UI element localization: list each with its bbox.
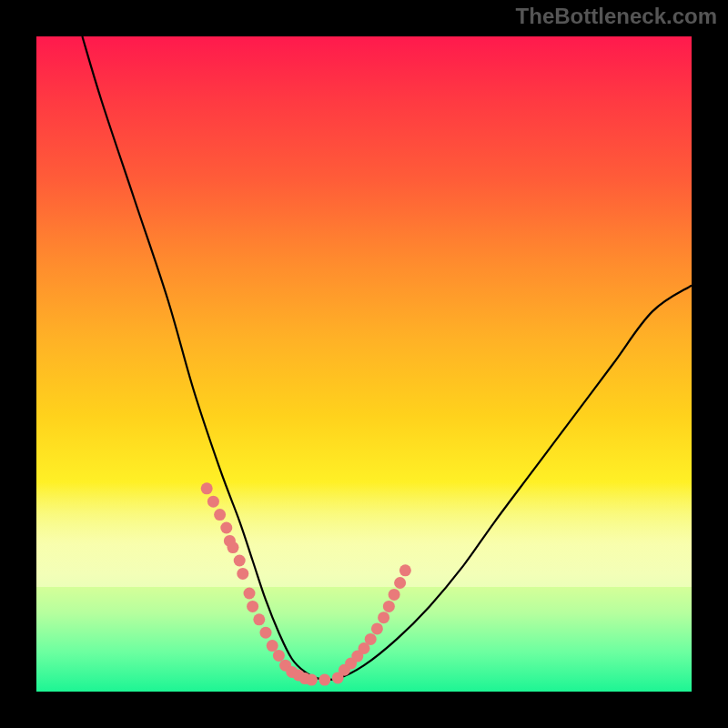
data-point	[247, 601, 258, 612]
data-point	[318, 674, 330, 686]
data-point	[234, 555, 246, 567]
curve-svg	[36, 36, 692, 692]
data-point	[306, 674, 318, 686]
watermark-text: TheBottleneck.com	[516, 4, 717, 29]
chart-frame: TheBottleneck.com	[0, 0, 728, 728]
data-point	[237, 568, 248, 580]
data-point	[201, 482, 213, 494]
data-point	[244, 588, 256, 600]
data-point	[207, 496, 219, 508]
bottleneck-curve	[82, 36, 692, 680]
data-points-group	[201, 482, 411, 685]
data-point	[267, 640, 278, 652]
plot-area	[36, 36, 692, 692]
data-point	[383, 601, 395, 612]
data-point	[365, 633, 377, 645]
data-point	[371, 622, 383, 634]
data-point	[389, 589, 400, 601]
data-point	[378, 612, 389, 623]
data-point	[394, 577, 406, 589]
data-point	[228, 541, 239, 553]
data-point	[260, 627, 272, 639]
data-point	[220, 522, 232, 534]
data-point	[273, 650, 285, 662]
data-point	[214, 509, 226, 521]
data-point	[253, 613, 265, 625]
data-point	[399, 564, 411, 576]
